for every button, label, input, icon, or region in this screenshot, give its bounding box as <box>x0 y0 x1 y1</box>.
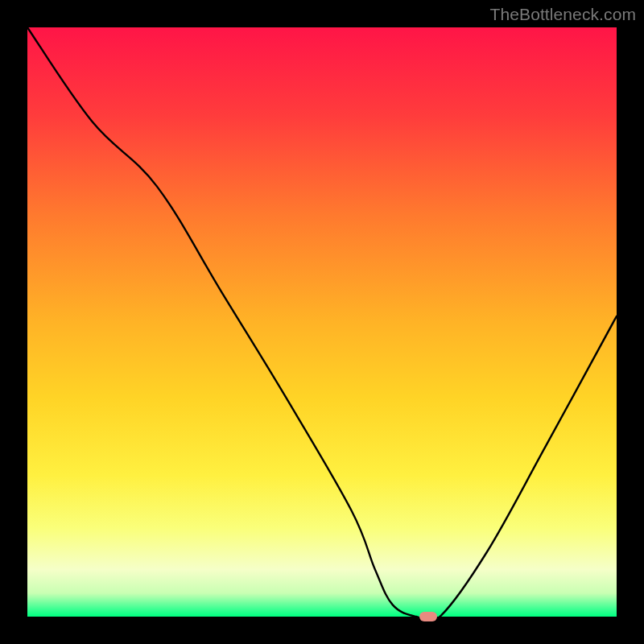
bottleneck-curve <box>27 27 617 617</box>
plot-area <box>27 27 617 617</box>
watermark-text: TheBottleneck.com <box>490 5 636 24</box>
optimal-marker <box>419 612 437 621</box>
chart-frame: TheBottleneck.com <box>0 0 644 644</box>
